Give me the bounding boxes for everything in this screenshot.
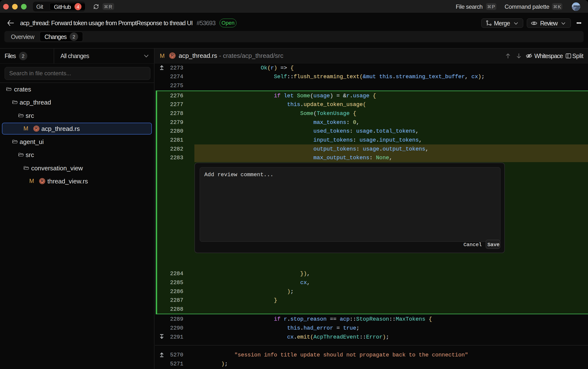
svg-text:R: R <box>171 53 174 58</box>
svg-text:R: R <box>35 126 38 130</box>
svg-text:R: R <box>41 179 44 183</box>
